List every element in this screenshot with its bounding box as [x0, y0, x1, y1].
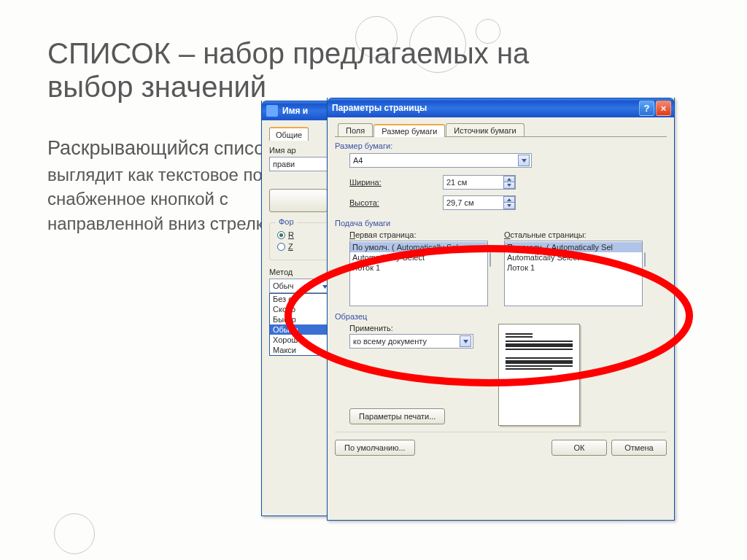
format-group-label: Фор — [276, 217, 297, 226]
ok-button[interactable]: ОК — [551, 440, 607, 456]
radio-z-label: Z — [288, 242, 293, 251]
method-option[interactable]: Быстр — [270, 314, 330, 324]
method-dropdown-open[interactable]: Без с Скоро Быстр Обычн Хорош Макси — [269, 293, 331, 356]
width-spinner[interactable]: 21 см — [443, 175, 516, 190]
spinner-buttons[interactable] — [503, 196, 515, 209]
body-lead1: Раскрывающийся — [47, 137, 209, 159]
radio-z-row[interactable]: Z — [277, 242, 330, 251]
width-label: Ширина: — [349, 178, 443, 187]
list-item[interactable]: По умолч. ( Automatically Sel — [505, 242, 642, 252]
spinner-buttons[interactable] — [503, 176, 515, 189]
list-item[interactable]: Лоток 1 — [505, 262, 642, 273]
slide-title: СПИСОК – набор предлагаемых на выбор зна… — [47, 36, 573, 104]
app-icon — [266, 105, 278, 117]
close-button[interactable]: × — [656, 101, 671, 116]
list-item[interactable]: Лоток 1 — [350, 262, 487, 273]
scrollbar[interactable] — [643, 241, 647, 306]
apply-label: Применить: — [349, 324, 473, 332]
chevron-down-icon — [503, 182, 515, 189]
tab-paper-source[interactable]: Источник бумаги — [446, 123, 524, 136]
window-title: Параметры страницы — [332, 103, 638, 113]
tab-row: Поля Размер бумаги Источник бумаги — [335, 123, 667, 137]
apply-dropdown[interactable]: ко всему документу — [349, 334, 473, 349]
list-item[interactable]: Automatically Select — [505, 252, 642, 262]
paper-size-dropdown[interactable]: A4 — [349, 153, 532, 168]
method-dropdown[interactable]: Обыч — [269, 279, 331, 293]
paper-size-value: A4 — [353, 156, 363, 165]
help-button[interactable]: ? — [639, 101, 654, 116]
method-option[interactable]: Скоро — [270, 304, 330, 314]
other-pages-label: Остальные страницы: — [504, 230, 647, 239]
chevron-up-icon — [503, 176, 515, 182]
page-preview — [498, 324, 580, 426]
archive-input[interactable]: прави — [269, 157, 331, 171]
list-item[interactable]: По умолч. ( Automatically Sel — [350, 242, 487, 252]
tab-paper-size[interactable]: Размер бумаги — [374, 124, 445, 137]
height-value: 29,7 см — [446, 198, 474, 207]
chevron-down-icon — [460, 335, 471, 347]
radio-z[interactable] — [277, 243, 285, 251]
sample-label: Образец — [335, 312, 367, 321]
height-spinner[interactable]: 29,7 см — [443, 195, 516, 210]
first-page-label: Первая страница: — [349, 230, 492, 239]
dialog-buttons: По умолчанию... ОК Отмена — [335, 432, 667, 456]
method-option[interactable]: Без с — [270, 294, 330, 304]
method-value: Обыч — [273, 281, 294, 290]
chevron-down-icon — [518, 155, 530, 166]
radio-r[interactable] — [277, 231, 285, 239]
height-label: Высота: — [349, 198, 443, 207]
method-option[interactable]: Макси — [270, 345, 330, 355]
unknown-button[interactable] — [269, 189, 328, 212]
method-option[interactable]: Обычн — [270, 324, 330, 335]
radio-r-label: R — [288, 230, 294, 239]
first-page-listbox[interactable]: По умолч. ( Automatically Sel Automatica… — [349, 241, 488, 306]
tab-fields[interactable]: Поля — [338, 123, 373, 136]
titlebar[interactable]: Параметры страницы ? × — [328, 98, 674, 117]
chevron-up-icon — [503, 196, 515, 203]
paper-feed-label: Подача бумаги — [335, 219, 390, 228]
width-value: 21 см — [446, 178, 467, 187]
slide: СПИСОК – набор предлагаемых на выбор зна… — [0, 0, 747, 560]
default-button[interactable]: По умолчанию... — [335, 440, 415, 456]
print-params-button[interactable]: Параметры печати... — [349, 408, 445, 424]
dialog-page-setup: Параметры страницы ? × Поля Размер бумаг… — [327, 98, 675, 521]
radio-r-row[interactable]: R — [277, 230, 330, 239]
list-item[interactable]: Automatically Select — [350, 252, 487, 262]
method-option[interactable]: Хорош — [270, 335, 330, 345]
scrollbar[interactable] — [488, 241, 492, 306]
other-pages-listbox[interactable]: По умолч. ( Automatically Sel Automatica… — [504, 241, 643, 306]
tab-general[interactable]: Общие — [269, 127, 309, 141]
paper-size-label: Размер бумаги: — [335, 141, 392, 150]
chevron-down-icon — [503, 203, 515, 209]
cancel-button[interactable]: Отмена — [611, 440, 667, 456]
decor-circle — [54, 513, 95, 554]
apply-value: ко всему документу — [353, 337, 427, 346]
archive-value: прави — [273, 160, 295, 168]
